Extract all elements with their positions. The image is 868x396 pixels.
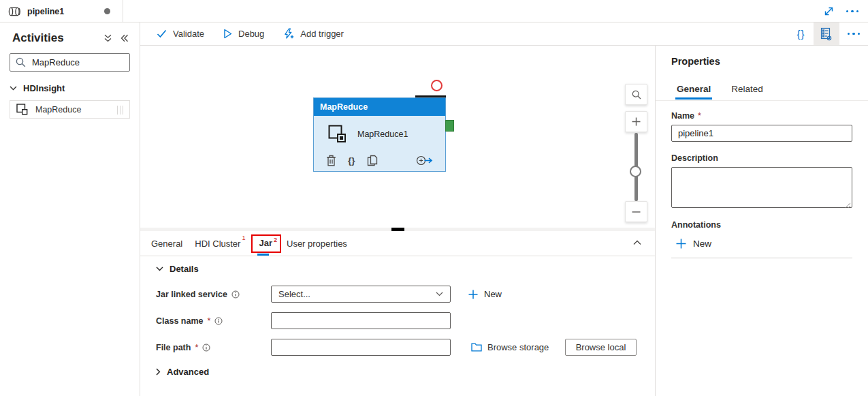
annotations-label: Annotations <box>671 220 721 230</box>
activity-item-mapreduce[interactable]: MapReduce <box>10 100 130 119</box>
section-divider <box>671 258 852 258</box>
validate-label: Validate <box>173 29 204 39</box>
zoom-out-button[interactable] <box>625 201 647 222</box>
add-connection-icon[interactable] <box>416 155 433 166</box>
chevron-down-icon <box>10 86 17 91</box>
chevron-down-icon <box>436 292 443 296</box>
chevron-down-icon <box>156 266 163 271</box>
tab-general[interactable]: General <box>151 239 182 249</box>
properties-tab-general[interactable]: General <box>677 84 711 100</box>
pipeline-canvas[interactable]: MapReduce MapReduce1 <box>140 46 655 228</box>
properties-panel: Properties General Related Name * Descri… <box>655 46 868 396</box>
mapreduce-activity-node[interactable]: MapReduce MapReduce1 <box>313 97 446 172</box>
node-code-icon[interactable]: {} <box>348 155 355 166</box>
collapse-all-icon[interactable] <box>103 34 112 42</box>
drag-handle[interactable] <box>117 106 124 115</box>
properties-toggle-icon[interactable] <box>814 22 839 45</box>
app-root: pipeline1 Activities <box>0 0 868 396</box>
debug-button[interactable]: Debug <box>223 29 264 39</box>
folder-icon <box>471 343 482 352</box>
validate-button[interactable]: Validate <box>157 29 204 39</box>
config-tabs: General HDI Cluster 1 Jar 2 User propert… <box>140 231 655 256</box>
activities-panel: Activities <box>0 22 140 396</box>
tab-title: pipeline1 <box>27 7 64 16</box>
pipeline-name-input[interactable] <box>671 125 852 142</box>
hdi-cluster-badge: 1 <box>242 234 245 241</box>
document-tabbar: pipeline1 <box>0 0 868 22</box>
delete-icon[interactable] <box>326 155 336 166</box>
search-icon <box>16 57 26 67</box>
canvas-toolbar: Validate Debug Add trigger <box>140 22 868 46</box>
advanced-section-header[interactable]: Advanced <box>156 367 209 377</box>
plus-icon <box>676 239 686 249</box>
properties-tab-related[interactable]: Related <box>731 84 763 100</box>
activities-header: Activities <box>0 22 140 52</box>
code-view-icon[interactable]: {} <box>788 28 813 40</box>
add-trigger-button[interactable]: Add trigger <box>283 28 344 40</box>
node-header[interactable]: MapReduce <box>314 98 445 116</box>
check-icon <box>157 29 167 38</box>
browse-local-button[interactable]: Browse local <box>565 339 637 356</box>
tab-jar[interactable]: Jar 2 <box>251 234 281 253</box>
unsaved-indicator-dot <box>104 8 110 14</box>
file-path-label: File path * <box>156 339 210 356</box>
clone-icon[interactable] <box>367 155 378 166</box>
collapse-panel-icon[interactable] <box>120 34 129 42</box>
chevron-right-icon <box>156 368 161 376</box>
toolbar-more-icon[interactable] <box>846 30 862 38</box>
activities-title: Activities <box>12 31 103 45</box>
lightning-plus-icon <box>283 28 294 40</box>
pipeline-icon <box>8 7 21 16</box>
activity-item-label: MapReduce <box>35 105 81 115</box>
file-path-input[interactable] <box>271 339 451 356</box>
zoom-in-button[interactable] <box>625 111 647 132</box>
jar-linked-service-label: Jar linked service <box>156 286 240 303</box>
group-label: HDInsight <box>23 83 65 93</box>
sidebar-group-hdinsight[interactable]: HDInsight <box>0 72 140 100</box>
name-label: Name * <box>671 111 701 121</box>
collapse-config-icon[interactable] <box>633 240 641 245</box>
add-trigger-label: Add trigger <box>300 29 344 39</box>
node-name: MapReduce1 <box>357 130 408 139</box>
mapreduce-icon <box>16 104 28 115</box>
play-icon <box>223 29 232 39</box>
tabbar-actions <box>824 0 861 22</box>
tab-user-properties[interactable]: User properties <box>287 239 347 249</box>
zoom-slider-thumb[interactable] <box>630 166 641 177</box>
new-linked-service-button[interactable]: New <box>468 286 502 303</box>
jar-badge: 2 <box>274 237 277 243</box>
info-icon <box>202 344 210 352</box>
tab-hdi-cluster[interactable]: HDI Cluster 1 <box>195 239 245 249</box>
tabbar-more-icon[interactable] <box>845 7 861 16</box>
debug-label: Debug <box>238 29 264 39</box>
expand-icon[interactable] <box>824 6 834 16</box>
class-name-input[interactable] <box>271 312 451 329</box>
activity-config-panel: General HDI Cluster 1 Jar 2 User propert… <box>140 231 655 396</box>
pipeline-tab[interactable]: pipeline1 <box>0 0 123 22</box>
zoom-fit-button[interactable] <box>625 84 647 105</box>
mapreduce-node-icon <box>328 125 347 143</box>
info-icon <box>214 317 223 325</box>
properties-title: Properties <box>671 56 720 67</box>
new-annotation-button[interactable]: New <box>676 239 711 249</box>
tabline-divider <box>656 100 868 101</box>
browse-storage-button[interactable]: Browse storage <box>471 339 549 356</box>
class-name-label: Class name * <box>156 312 223 329</box>
description-textarea[interactable] <box>671 167 852 208</box>
details-section-header[interactable]: Details <box>156 264 199 274</box>
node-output-port[interactable] <box>445 120 454 132</box>
info-icon <box>231 290 240 299</box>
activities-search-box[interactable] <box>10 53 130 72</box>
plus-icon <box>468 290 478 299</box>
validation-error-circle <box>431 80 443 91</box>
jar-linked-service-select[interactable]: Select... <box>271 286 451 303</box>
activities-search-input[interactable] <box>32 57 124 67</box>
description-label: Description <box>671 153 718 163</box>
